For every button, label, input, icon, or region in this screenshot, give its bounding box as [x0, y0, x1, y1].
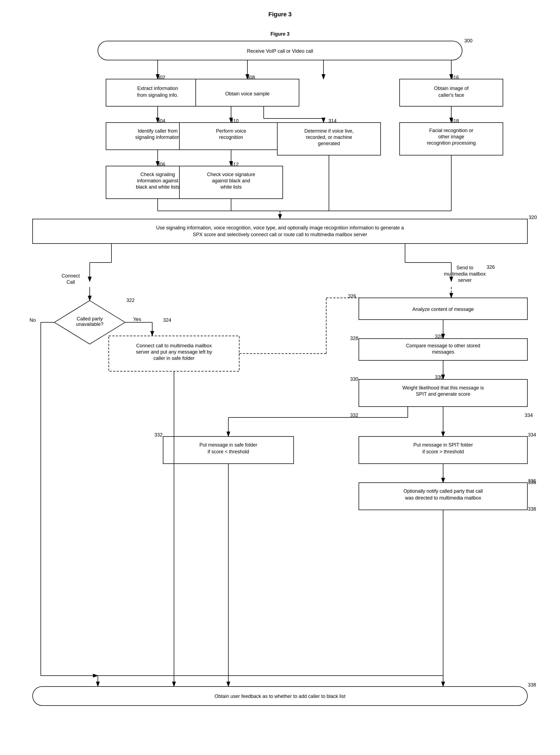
ref-326-2: 326 — [348, 293, 356, 299]
svg-text:against black and: against black and — [212, 178, 250, 183]
svg-text:SPIT and generate score: SPIT and generate score — [416, 391, 470, 397]
svg-text:was directed to multimedia mai: was directed to multimedia mailbox — [405, 495, 481, 501]
ref-306: 306 — [157, 162, 165, 167]
svg-text:information against: information against — [137, 178, 178, 183]
ref-336-2: 336 — [528, 480, 536, 485]
ref-302: 302 — [157, 75, 165, 80]
svg-text:white lists: white lists — [220, 184, 242, 190]
label-306: Check signaling — [140, 172, 175, 177]
svg-text:from signaling info.: from signaling info. — [137, 93, 178, 98]
label-330-1: Weight likelihood that this message is — [402, 385, 484, 390]
svg-text:recorded, or machine: recorded, or machine — [306, 135, 352, 140]
ref-308: 308 — [247, 75, 255, 80]
page-title: Figure 3 — [16, 11, 544, 18]
ref-330-2: 330 — [350, 376, 358, 382]
svg-text:multimedia mailbox: multimedia mailbox — [444, 271, 486, 277]
label-334-1: Put message in SPIT folder — [414, 442, 473, 448]
svg-text:server: server — [458, 278, 472, 283]
ref-334: 334 — [525, 412, 533, 418]
svg-text:if score < threshold: if score < threshold — [208, 449, 249, 454]
svg-text:recognition processing: recognition processing — [427, 140, 476, 146]
node-320 — [33, 219, 527, 244]
ref-326: 326 — [486, 264, 495, 270]
label-304: Identify caller from — [138, 128, 178, 134]
ref-328-2: 328 — [350, 335, 358, 341]
ref-324: 324 — [163, 318, 171, 323]
label-318: Facial recognition or — [429, 128, 473, 133]
ref-332: 332 — [350, 412, 358, 418]
svg-text:Call: Call — [66, 279, 75, 285]
label-no: No — [29, 318, 36, 323]
label-310: Perform voice — [216, 128, 246, 134]
svg-text:signaling information: signaling information — [135, 135, 180, 140]
label-316: Obtain image of — [434, 86, 469, 91]
svg-text:caller's face: caller's face — [439, 93, 464, 98]
svg-text:messages: messages — [432, 349, 454, 355]
figure-title: Figure 3 — [271, 31, 289, 37]
svg-text:if score > threshold: if score > threshold — [422, 449, 464, 454]
ref-318: 318 — [451, 118, 459, 124]
label-338: Obtain user feedback as to whether to ad… — [215, 694, 345, 699]
ref-300: 300 — [464, 38, 473, 43]
ref-320: 320 — [529, 215, 537, 220]
ref-310: 310 — [231, 118, 239, 124]
ref-332-2: 332 — [155, 432, 163, 437]
ref-338: 338 — [528, 506, 536, 512]
ref-338-2: 338 — [528, 682, 536, 688]
label-324-1: Connect call to multimedia mailbox — [136, 343, 212, 348]
label-314: Determine if voice live, — [304, 128, 354, 134]
ref-312: 312 — [231, 162, 239, 167]
svg-text:generated: generated — [318, 141, 340, 146]
label-yes: Yes — [133, 317, 141, 322]
svg-text:recognition: recognition — [219, 135, 243, 140]
svg-text:other image: other image — [438, 134, 464, 139]
ref-316: 316 — [451, 75, 459, 80]
label-326: Analyze content of message — [413, 307, 474, 312]
label-302: Extract information — [137, 86, 178, 91]
label-322-1: Called party — [77, 316, 103, 322]
label-332-1: Put message in safe folder — [199, 442, 257, 448]
label-308: Obtain voice sample — [225, 91, 269, 97]
label-320-1: Use signaling information, voice recogni… — [156, 225, 404, 230]
svg-text:server and put any message lef: server and put any message left by — [136, 349, 212, 355]
svg-text:black and white lists: black and white lists — [136, 184, 179, 190]
ref-322: 322 — [126, 298, 135, 303]
label-320-2: SPX score and selectively connect call o… — [193, 232, 367, 237]
ref-334-2: 334 — [528, 432, 536, 437]
ref-304: 304 — [157, 118, 165, 124]
ref-314: 314 — [328, 118, 337, 124]
label-328-1: Compare message to other stored — [406, 343, 480, 348]
label-336-1: Optionally notify called party that call — [403, 488, 483, 494]
label-300: Receive VoIP call or Video call — [247, 48, 313, 54]
label-send: Send to — [456, 265, 473, 270]
label-connect: Connect — [61, 273, 80, 279]
svg-text:caller in safe folder: caller in safe folder — [153, 355, 194, 361]
svg-text:unavailable?: unavailable? — [76, 322, 103, 327]
label-312: Check voice signature — [207, 172, 255, 177]
